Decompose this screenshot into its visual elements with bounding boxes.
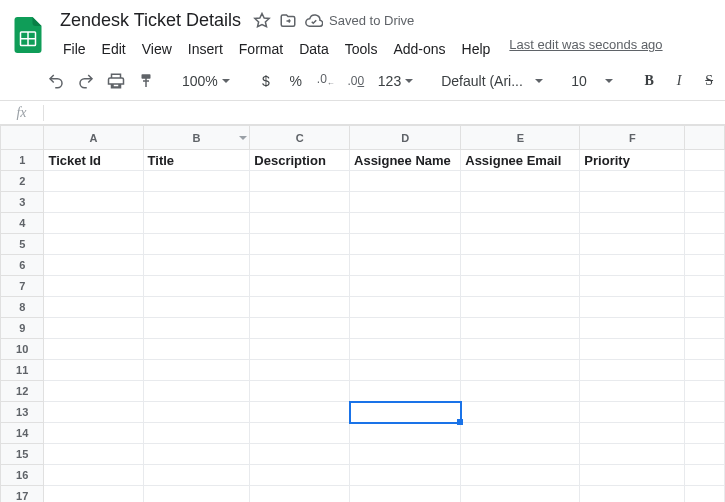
cell[interactable] xyxy=(250,381,350,402)
cell[interactable] xyxy=(250,171,350,192)
cell[interactable] xyxy=(250,486,350,503)
cell[interactable] xyxy=(461,318,580,339)
spreadsheet-grid[interactable]: ABCDEF1Ticket IdTitleDescriptionAssignee… xyxy=(0,125,725,502)
print-button[interactable] xyxy=(102,67,130,95)
cell[interactable] xyxy=(143,234,250,255)
cell[interactable] xyxy=(143,255,250,276)
column-header-extra[interactable] xyxy=(685,126,725,150)
cell[interactable] xyxy=(350,339,461,360)
cell[interactable] xyxy=(685,150,725,171)
cell[interactable] xyxy=(685,234,725,255)
menu-file[interactable]: File xyxy=(56,37,93,61)
cell[interactable] xyxy=(250,318,350,339)
cell[interactable] xyxy=(250,297,350,318)
cell[interactable] xyxy=(44,486,143,503)
row-header-17[interactable]: 17 xyxy=(1,486,44,503)
cell[interactable] xyxy=(461,465,580,486)
cell[interactable] xyxy=(350,192,461,213)
move-to-folder-icon[interactable] xyxy=(279,12,297,30)
row-header-9[interactable]: 9 xyxy=(1,318,44,339)
cell[interactable] xyxy=(580,360,685,381)
cell[interactable] xyxy=(685,486,725,503)
cell[interactable] xyxy=(143,486,250,503)
select-all-corner[interactable] xyxy=(1,126,44,150)
cell[interactable] xyxy=(44,339,143,360)
cell[interactable] xyxy=(461,276,580,297)
cell[interactable] xyxy=(250,276,350,297)
strikethrough-button[interactable]: S xyxy=(695,67,723,95)
row-header-16[interactable]: 16 xyxy=(1,465,44,486)
cell[interactable] xyxy=(350,486,461,503)
cell[interactable]: Title xyxy=(143,150,250,171)
cell[interactable] xyxy=(350,171,461,192)
cell[interactable] xyxy=(580,381,685,402)
cell[interactable] xyxy=(143,423,250,444)
cell[interactable]: Assignee Name xyxy=(350,150,461,171)
cell[interactable] xyxy=(580,465,685,486)
cell[interactable] xyxy=(143,360,250,381)
cell[interactable] xyxy=(461,486,580,503)
cell[interactable] xyxy=(685,444,725,465)
cell[interactable] xyxy=(350,423,461,444)
cell[interactable] xyxy=(44,360,143,381)
cell[interactable] xyxy=(350,297,461,318)
bold-button[interactable]: B xyxy=(635,67,663,95)
cell[interactable] xyxy=(350,276,461,297)
row-header-14[interactable]: 14 xyxy=(1,423,44,444)
row-header-6[interactable]: 6 xyxy=(1,255,44,276)
cell[interactable] xyxy=(685,276,725,297)
column-header-C[interactable]: C xyxy=(250,126,350,150)
cell[interactable] xyxy=(461,213,580,234)
cell[interactable] xyxy=(685,402,725,423)
cell[interactable] xyxy=(250,213,350,234)
font-family-dropdown[interactable]: Default (Ari... xyxy=(435,73,549,89)
cell[interactable] xyxy=(461,339,580,360)
paint-format-button[interactable] xyxy=(132,67,160,95)
cell[interactable] xyxy=(350,213,461,234)
cell[interactable] xyxy=(350,318,461,339)
cell[interactable] xyxy=(44,318,143,339)
cell[interactable] xyxy=(250,465,350,486)
cell[interactable] xyxy=(461,444,580,465)
save-status[interactable]: Saved to Drive xyxy=(305,12,414,30)
cell[interactable] xyxy=(350,381,461,402)
row-header-8[interactable]: 8 xyxy=(1,297,44,318)
cell[interactable] xyxy=(44,297,143,318)
menu-insert[interactable]: Insert xyxy=(181,37,230,61)
cell[interactable] xyxy=(250,234,350,255)
cell[interactable] xyxy=(44,255,143,276)
cell[interactable] xyxy=(461,234,580,255)
row-header-2[interactable]: 2 xyxy=(1,171,44,192)
chevron-down-icon[interactable] xyxy=(239,136,247,140)
cell[interactable] xyxy=(44,381,143,402)
cell[interactable]: Ticket Id xyxy=(44,150,143,171)
menu-format[interactable]: Format xyxy=(232,37,290,61)
cell[interactable] xyxy=(685,213,725,234)
row-header-3[interactable]: 3 xyxy=(1,192,44,213)
font-size-dropdown[interactable]: 10 xyxy=(565,73,619,89)
cell[interactable] xyxy=(250,444,350,465)
undo-button[interactable] xyxy=(42,67,70,95)
active-cell[interactable] xyxy=(350,402,461,423)
cell[interactable]: Description xyxy=(250,150,350,171)
cell[interactable] xyxy=(143,339,250,360)
cell[interactable] xyxy=(461,360,580,381)
cell[interactable] xyxy=(44,192,143,213)
cell[interactable] xyxy=(143,213,250,234)
cell[interactable] xyxy=(580,297,685,318)
cell[interactable] xyxy=(580,276,685,297)
cell[interactable] xyxy=(685,192,725,213)
cell[interactable] xyxy=(44,465,143,486)
row-header-7[interactable]: 7 xyxy=(1,276,44,297)
menu-tools[interactable]: Tools xyxy=(338,37,385,61)
cell[interactable] xyxy=(685,255,725,276)
cell[interactable] xyxy=(350,255,461,276)
cell[interactable] xyxy=(461,255,580,276)
format-currency-button[interactable]: $ xyxy=(252,67,280,95)
decrease-decimal-button[interactable]: .0← xyxy=(312,67,340,95)
row-header-10[interactable]: 10 xyxy=(1,339,44,360)
cell[interactable] xyxy=(685,465,725,486)
cell[interactable]: Assignee Email xyxy=(461,150,580,171)
cell[interactable] xyxy=(143,381,250,402)
cell[interactable] xyxy=(250,192,350,213)
